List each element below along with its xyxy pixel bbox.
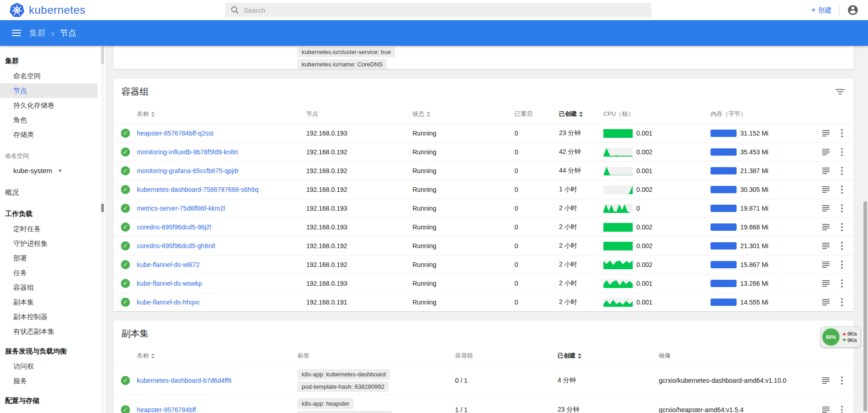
column-header[interactable]: 状态 <box>412 110 515 118</box>
kebab-menu-icon[interactable] <box>841 298 843 306</box>
replicaset-name-link[interactable]: kubernetes-dashboard-b7d6d4ff6 <box>137 377 232 384</box>
pod-status: Running <box>412 299 515 306</box>
sidebar-item-services[interactable]: 服务 <box>0 374 105 388</box>
logs-icon[interactable] <box>822 186 830 193</box>
replicaset-name-link[interactable]: heapster-8576784bff <box>137 406 196 413</box>
memory-bar <box>711 223 737 231</box>
filter-icon[interactable] <box>835 89 845 95</box>
create-button[interactable]: + 创建 <box>811 6 832 15</box>
pod-name-link[interactable]: monitoring-grafana-65ccfb675-qpjdr <box>137 167 239 174</box>
memory-bar <box>711 148 737 156</box>
brand[interactable]: kubernetes <box>0 2 86 18</box>
sidebar-item-pods[interactable]: 容器组 <box>0 280 105 295</box>
pod-status: Running <box>412 148 515 156</box>
search-bar[interactable] <box>225 3 651 17</box>
logs-icon[interactable] <box>822 377 830 384</box>
sidebar-item-nodes[interactable]: 节点 <box>0 83 98 98</box>
logs-icon[interactable] <box>822 205 830 212</box>
logs-icon[interactable] <box>822 280 830 287</box>
pod-status: Running <box>412 223 515 231</box>
account-icon[interactable] <box>847 4 859 16</box>
kebab-menu-icon[interactable] <box>841 223 843 231</box>
pod-name-link[interactable]: kube-flannel-ds-wswkp <box>137 280 202 287</box>
sidebar-item-jobs[interactable]: 任务 <box>0 266 105 280</box>
kebab-menu-icon[interactable] <box>841 167 843 175</box>
plus-icon: + <box>811 6 816 14</box>
main-scrollbar[interactable] <box>863 46 868 413</box>
pod-name-link[interactable]: metrics-server-75d6ff86f-kkm2l <box>137 205 225 212</box>
breadcrumb: 集群 › 节点 <box>29 27 76 38</box>
pod-created: 2 小时 <box>559 261 603 269</box>
search-input[interactable] <box>244 6 646 14</box>
kebab-menu-icon[interactable] <box>841 129 843 137</box>
kebab-menu-icon[interactable] <box>841 204 843 212</box>
logs-icon[interactable] <box>822 148 830 156</box>
column-header[interactable]: 已创建 <box>559 110 603 118</box>
kebab-menu-icon[interactable] <box>841 185 843 194</box>
memory-value: 13.266 Mi <box>740 280 768 287</box>
memory-bar <box>711 299 737 306</box>
label-chip: kubernetes.io/cluster-service: true <box>298 47 395 57</box>
labels-chips: kubernetes.io/cluster-service: truekuber… <box>298 47 854 69</box>
logs-icon[interactable] <box>822 406 830 413</box>
pod-name-link[interactable]: monitoring-influxdb-9b78f5fd9-kn8rt <box>137 148 238 156</box>
logs-icon[interactable] <box>822 261 830 268</box>
sidebar-item-storage-classes[interactable]: 存储类 <box>0 127 105 142</box>
column-header[interactable]: 已创建 <box>558 352 659 360</box>
pod-restarts: 0 <box>515 242 559 250</box>
sidebar-item-overview[interactable]: 概况 <box>0 185 105 200</box>
sidebar-section-config-storage[interactable]: 配置与存储 <box>0 393 105 408</box>
pod-name-link[interactable]: kube-flannel-ds-w6l72 <box>137 261 200 268</box>
pod-name-link[interactable]: kubernetes-dashboard-7588787688-s6h9q <box>137 186 258 193</box>
pod-name-link[interactable]: kube-flannel-ds-hhqvc <box>137 299 200 306</box>
kebab-menu-icon[interactable] <box>841 376 843 385</box>
sidebar-item-persistent-volumes[interactable]: 持久化存储卷 <box>0 98 105 113</box>
kebab-menu-icon[interactable] <box>841 148 843 156</box>
replicaset-created: 4 分钟 <box>558 376 659 385</box>
sidebar-item-namespaces[interactable]: 命名空间 <box>0 69 105 83</box>
pod-name-link[interactable]: heapster-8576784bff-q2sst <box>137 130 213 137</box>
main-scrollbar-thumb[interactable] <box>863 201 867 411</box>
pod-name-link[interactable]: coredns-695f96dcd5-98j2l <box>137 223 211 231</box>
sidebar-item-replica-sets[interactable]: 副本集 <box>0 295 105 310</box>
namespace-select[interactable]: kube-system▾ <box>0 162 105 179</box>
column-header: 镜像 <box>659 352 817 360</box>
breadcrumb-parent[interactable]: 集群 <box>29 27 46 38</box>
logs-icon[interactable] <box>822 299 830 306</box>
sidebar-item-ingresses[interactable]: 访问权 <box>0 359 105 374</box>
logs-icon[interactable] <box>822 242 830 250</box>
cpu-sparkline <box>603 298 633 307</box>
kebab-menu-icon[interactable] <box>841 261 843 269</box>
memory-bar <box>711 242 737 250</box>
status-ok-icon: ✓ <box>121 260 130 269</box>
sidebar-item-roles[interactable]: 角色 <box>0 113 105 127</box>
pod-name-link[interactable]: coredns-695f96dcd5-gh6n8 <box>137 242 215 250</box>
sidebar-item-replication-controllers[interactable]: 副本控制器 <box>0 310 105 324</box>
sidebar-section-discovery-lb[interactable]: 服务发现与负载均衡 <box>0 343 105 359</box>
sidebar-scrollbar-thumb-top[interactable] <box>101 47 104 64</box>
pod-node: 192.168.0.191 <box>306 299 412 306</box>
sidebar-item-daemon-sets[interactable]: 守护进程集 <box>0 236 105 251</box>
logs-icon[interactable] <box>822 223 830 231</box>
sidebar-item-deployments[interactable]: 部署 <box>0 251 105 266</box>
column-header[interactable]: 名称 <box>137 352 298 360</box>
kebab-menu-icon[interactable] <box>841 279 843 288</box>
sidebar-scrollbar-thumb[interactable] <box>101 204 104 212</box>
logs-icon[interactable] <box>822 167 830 174</box>
sidebar-section-cluster[interactable]: 集群 <box>0 53 105 69</box>
replicaset-row: ✓ kubernetes-dashboard-b7d6d4ff6 k8s-app… <box>114 365 854 395</box>
logs-icon[interactable] <box>822 130 830 137</box>
status-ok-icon: ✓ <box>121 223 130 232</box>
kebab-menu-icon[interactable] <box>841 406 843 413</box>
sidebar-scrollbar[interactable] <box>101 46 104 413</box>
pods-card: 容器组 名称节点状态已重启已创建CPU（核）内存（字节） ✓ heapster-… <box>114 79 854 311</box>
column-header[interactable]: 名称 <box>137 110 306 118</box>
memory-value: 35.453 Mi <box>740 148 768 156</box>
sidebar-item-cron-jobs[interactable]: 定时任务 <box>0 222 105 236</box>
hamburger-menu-icon[interactable] <box>10 28 23 38</box>
sidebar-section-workloads[interactable]: 工作负载 <box>0 206 105 222</box>
kebab-menu-icon[interactable] <box>841 242 843 250</box>
column-header: 节点 <box>306 110 412 118</box>
column-label: 名称 <box>137 110 149 118</box>
sidebar-item-stateful-sets[interactable]: 有状态副本集 <box>0 324 105 339</box>
